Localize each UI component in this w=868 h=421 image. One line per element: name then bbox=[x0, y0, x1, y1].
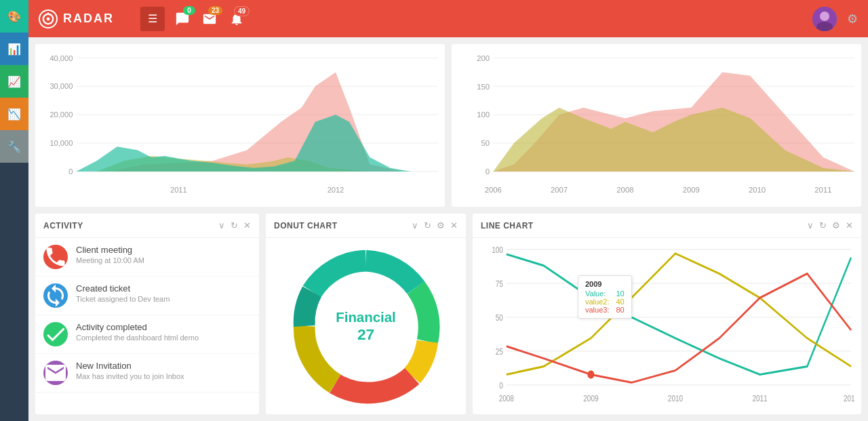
left-area-chart-card: 40,000 30,000 20,000 10,000 0 2011 2012 bbox=[35, 44, 445, 207]
donut-refresh-icon[interactable]: ↻ bbox=[424, 220, 431, 230]
line-chart-widget-controls: ∨ ↻ ⚙ ✕ bbox=[807, 220, 853, 230]
svg-text:0: 0 bbox=[68, 167, 73, 176]
bell-button[interactable]: 49 bbox=[229, 12, 244, 26]
bottom-widgets-row: ACTIVITY ∨ ↻ ✕ Client meeting bbox=[35, 214, 861, 414]
sidebar-item-bar-chart[interactable]: 📊 bbox=[0, 33, 28, 65]
sidebar-item-wrench[interactable]: 🔧 bbox=[0, 130, 28, 163]
svg-text:50: 50 bbox=[496, 313, 503, 322]
line-chart-widget-title: LINE CHART bbox=[481, 221, 807, 230]
svg-text:20,000: 20,000 bbox=[50, 111, 73, 119]
svg-text:150: 150 bbox=[477, 82, 490, 90]
bell-badge: 49 bbox=[234, 6, 250, 16]
svg-text:75: 75 bbox=[496, 279, 503, 288]
hamburger-button[interactable]: ☰ bbox=[140, 7, 165, 31]
activity-item-ticket: Created ticket Ticket assigned to Dev te… bbox=[35, 277, 259, 315]
left-area-chart: 40,000 30,000 20,000 10,000 0 2011 2012 bbox=[42, 51, 438, 203]
meeting-title: Client meeting bbox=[76, 245, 251, 255]
svg-text:2009: 2009 bbox=[583, 394, 598, 403]
activity-collapse-icon[interactable]: ∨ bbox=[218, 220, 225, 230]
activity-widget-title: ACTIVITY bbox=[43, 221, 218, 230]
line-chart-svg: 100 75 50 25 0 2008 2009 2010 2011 2012 bbox=[476, 241, 854, 411]
svg-point-55 bbox=[588, 372, 593, 378]
app-logo: RADAR bbox=[39, 9, 127, 28]
svg-point-1 bbox=[47, 17, 50, 20]
activity-item-completed: Activity completed Completed the dashboa… bbox=[35, 315, 259, 354]
svg-text:100: 100 bbox=[477, 111, 490, 119]
settings-icon[interactable]: ⚙ bbox=[847, 12, 858, 26]
svg-text:2012: 2012 bbox=[328, 186, 344, 194]
svg-text:200: 200 bbox=[477, 54, 490, 62]
svg-text:2011: 2011 bbox=[170, 186, 187, 194]
bar-chart-icon: 📊 bbox=[7, 43, 21, 56]
header: RADAR ☰ 0 23 49 bbox=[28, 0, 868, 37]
header-right: ⚙ bbox=[812, 7, 858, 31]
svg-text:0: 0 bbox=[499, 381, 503, 390]
line-chart-settings-icon[interactable]: ⚙ bbox=[832, 220, 840, 230]
activity-widget-controls: ∨ ↻ ✕ bbox=[218, 220, 251, 230]
avatar[interactable] bbox=[812, 7, 837, 31]
palette-icon: 🎨 bbox=[7, 10, 21, 23]
activity-widget: ACTIVITY ∨ ↻ ✕ Client meeting bbox=[35, 214, 259, 414]
sidebar-item-palette[interactable]: 🎨 bbox=[0, 0, 28, 33]
meeting-text: Client meeting Meeting at 10:00 AM bbox=[76, 245, 251, 264]
activity-list: Client meeting Meeting at 10:00 AM Creat… bbox=[35, 238, 259, 414]
donut-widget-header: DONUT CHART ∨ ↻ ⚙ ✕ bbox=[266, 214, 466, 238]
donut-widget-controls: ∨ ↻ ⚙ ✕ bbox=[412, 220, 458, 230]
ticket-title: Created ticket bbox=[76, 283, 251, 294]
line-chart-collapse-icon[interactable]: ∨ bbox=[807, 220, 814, 230]
svg-text:2008: 2008 bbox=[616, 186, 633, 194]
svg-text:2011: 2011 bbox=[752, 394, 767, 403]
main-area: RADAR ☰ 0 23 49 bbox=[28, 0, 868, 421]
sidebar-item-area-chart[interactable]: 📉 bbox=[0, 98, 28, 130]
ticket-text: Created ticket Ticket assigned to Dev te… bbox=[76, 283, 251, 303]
wrench-icon: 🔧 bbox=[7, 140, 21, 153]
donut-chart-area: Financial 27 bbox=[266, 238, 466, 414]
svg-point-52 bbox=[588, 295, 593, 302]
svg-text:Financial: Financial bbox=[336, 310, 395, 325]
activity-close-icon[interactable]: ✕ bbox=[243, 220, 251, 230]
content-area: 40,000 30,000 20,000 10,000 0 2011 2012 bbox=[28, 37, 868, 421]
activity-widget-header: ACTIVITY ∨ ↻ ✕ bbox=[35, 214, 259, 238]
line-chart-close-icon[interactable]: ✕ bbox=[846, 220, 853, 230]
line-chart-refresh-icon[interactable]: ↻ bbox=[819, 220, 827, 230]
svg-text:2008: 2008 bbox=[499, 394, 514, 403]
top-charts-row: 40,000 30,000 20,000 10,000 0 2011 2012 bbox=[35, 44, 861, 207]
svg-text:2007: 2007 bbox=[551, 186, 568, 194]
invitation-icon bbox=[43, 361, 68, 385]
activity-item-meeting: Client meeting Meeting at 10:00 AM bbox=[35, 238, 259, 277]
svg-text:2010: 2010 bbox=[749, 186, 766, 194]
hamburger-icon: ☰ bbox=[148, 12, 157, 25]
svg-text:50: 50 bbox=[481, 139, 490, 147]
donut-chart-svg: Financial 27 bbox=[266, 238, 466, 414]
logo-icon bbox=[39, 9, 58, 28]
donut-widget: DONUT CHART ∨ ↻ ⚙ ✕ bbox=[266, 214, 466, 414]
line-chart-icon: 📈 bbox=[7, 75, 21, 88]
donut-close-icon[interactable]: ✕ bbox=[450, 220, 458, 230]
header-icons: 0 23 49 bbox=[175, 12, 244, 26]
meeting-subtitle: Meeting at 10:00 AM bbox=[76, 256, 251, 264]
sidebar-item-line-chart[interactable]: 📈 bbox=[0, 65, 28, 98]
chat-button[interactable]: 0 bbox=[175, 12, 190, 26]
app-title: RADAR bbox=[63, 12, 114, 26]
invitation-text: New Invitation Max has invited you to jo… bbox=[76, 361, 251, 380]
svg-text:30,000: 30,000 bbox=[50, 82, 73, 90]
donut-settings-icon[interactable]: ⚙ bbox=[437, 220, 445, 230]
area-chart-icon: 📉 bbox=[7, 108, 21, 121]
line-chart-widget-header: LINE CHART ∨ ↻ ⚙ ✕ bbox=[473, 214, 861, 238]
meeting-icon bbox=[43, 245, 68, 269]
svg-text:0: 0 bbox=[486, 167, 490, 176]
email-badge: 23 bbox=[208, 6, 222, 15]
email-button[interactable]: 23 bbox=[202, 12, 217, 26]
donut-collapse-icon[interactable]: ∨ bbox=[412, 220, 418, 230]
svg-text:27: 27 bbox=[357, 325, 374, 343]
ticket-icon bbox=[43, 283, 68, 308]
right-area-chart-card: 200 150 100 50 0 2006 2007 2008 2009 201… bbox=[452, 44, 861, 207]
donut-widget-title: DONUT CHART bbox=[274, 221, 412, 230]
svg-point-4 bbox=[820, 12, 829, 21]
completed-text: Activity completed Completed the dashboa… bbox=[76, 322, 251, 342]
avatar-image bbox=[812, 7, 837, 31]
activity-refresh-icon[interactable]: ↻ bbox=[231, 220, 238, 230]
completed-icon bbox=[43, 322, 68, 346]
svg-text:2009: 2009 bbox=[683, 186, 700, 194]
svg-text:10,000: 10,000 bbox=[50, 139, 73, 147]
